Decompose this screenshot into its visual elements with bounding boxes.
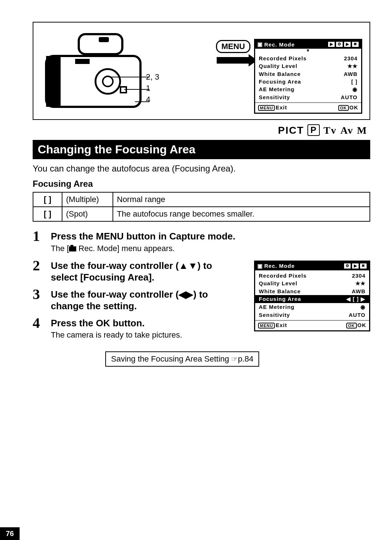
callout-1: 1	[146, 83, 159, 94]
svg-rect-5	[75, 59, 90, 64]
tab-icon: ✖	[360, 263, 367, 269]
mode-m: M	[357, 125, 367, 136]
table-row: [ ](Spot)The autofocus range becomes sma…	[33, 207, 370, 221]
table-row: [ ](Multiple)Normal range	[33, 192, 370, 207]
step-number: 1	[33, 229, 51, 256]
tab-icon: ⚙	[344, 263, 351, 269]
menu-footer-ok: OK	[350, 104, 359, 110]
menu-row: SensitivityAUTO	[259, 311, 366, 319]
arrow-right-icon	[217, 57, 249, 64]
step-number: 3	[33, 287, 51, 314]
focusing-area-table: [ ](Multiple)Normal range[ ](Spot)The au…	[33, 192, 370, 222]
tab-icon: ▶	[344, 41, 351, 47]
page-number: 76	[0, 527, 20, 540]
intro-text: You can change the autofocus area (Focus…	[33, 164, 370, 174]
camera-icon: ▣	[257, 263, 263, 269]
menu-row: Quality Level★★	[259, 62, 358, 70]
mode-row: PICT P Tv Av M	[33, 123, 370, 140]
step2-title: Use the four-way controller (▲▼) to sele…	[51, 260, 232, 283]
menu-button-label: MENU	[216, 40, 250, 53]
menu-row: AE Metering◉	[259, 85, 358, 93]
ok-footer-btn: OK	[338, 105, 349, 111]
camera-illustration	[42, 31, 144, 110]
step1-desc: The [ Rec. Mode] menu appears.	[51, 244, 370, 253]
callouts: 2, 3 1 4	[146, 72, 159, 105]
camera-icon	[69, 246, 76, 251]
pointer-icon: ☞	[231, 355, 238, 363]
callout-4: 4	[146, 94, 159, 105]
mode-tv: Tv	[323, 125, 337, 136]
step4-title: Press the OK button.	[51, 317, 247, 329]
menu-row: Focusing Area◀ [ ] ▶	[255, 295, 369, 303]
menu-header: Rec. Mode	[264, 263, 344, 269]
menu-row: Recorded Pixels2304	[259, 272, 366, 279]
menu-footer-btn: MENU	[258, 105, 275, 111]
mode-av: Av	[340, 125, 354, 136]
section-title: Changing the Focusing Area	[33, 140, 370, 159]
rec-mode-menu-1: ▣ Rec. Mode ▶ ⚙ ▶ ✖ ▼ Recorded Pixels230…	[254, 39, 362, 114]
menu-row: AE Metering◉	[259, 303, 366, 311]
svg-point-3	[103, 76, 113, 86]
tab-icon: ⚙	[336, 41, 343, 47]
tab-icon: ▶	[328, 41, 335, 47]
menu-footer-btn: MENU	[258, 323, 275, 329]
reference-box: Saving the Focusing Area Setting ☞p.84	[105, 351, 259, 367]
menu-row: Quality Level★★	[259, 279, 366, 287]
menu-row: White BalanceAWB	[259, 70, 358, 78]
menu-row: White BalanceAWB	[259, 287, 366, 295]
figure-box: 2, 3 1 4 MENU ▣ Rec. Mode ▶ ⚙ ▶ ✖ ▼ Reco…	[33, 22, 370, 120]
step-number: 2	[33, 258, 51, 285]
step4-desc: The camera is ready to take pictures.	[51, 330, 247, 340]
mode-p: P	[307, 124, 320, 136]
focusing-area-heading: Focusing Area	[33, 179, 370, 189]
steps: 1 Press the MENU button in Capture mode.…	[33, 229, 370, 345]
svg-rect-1	[46, 56, 61, 107]
down-arrow-icon: ▼	[255, 48, 361, 53]
ok-footer-btn: OK	[346, 323, 357, 329]
menu-footer-exit: Exit	[275, 322, 287, 328]
menu-header: Rec. Mode	[264, 41, 328, 48]
svg-rect-7	[99, 37, 109, 42]
camera-icon: ▣	[257, 41, 263, 48]
tab-icon: ▶	[352, 263, 359, 269]
menu-row: Focusing Area[ ]	[259, 78, 358, 85]
menu-row: Recorded Pixels2304	[259, 55, 358, 62]
step3-title: Use the four-way controller (◀▶) to chan…	[51, 289, 232, 312]
menu-footer-exit: Exit	[275, 104, 287, 110]
menu-footer-ok: OK	[358, 322, 367, 328]
rec-mode-menu-2: ▣ Rec. Mode ⚙ ▶ ✖ Recorded Pixels2304Qua…	[254, 261, 370, 331]
tab-icon: ✖	[352, 41, 359, 47]
mode-pict: PICT	[278, 125, 304, 136]
svg-rect-4	[121, 87, 126, 93]
step-number: 4	[33, 316, 51, 343]
step1-title: Press the MENU button in Capture mode.	[51, 230, 370, 242]
menu-row: SensitivityAUTO	[259, 93, 358, 101]
